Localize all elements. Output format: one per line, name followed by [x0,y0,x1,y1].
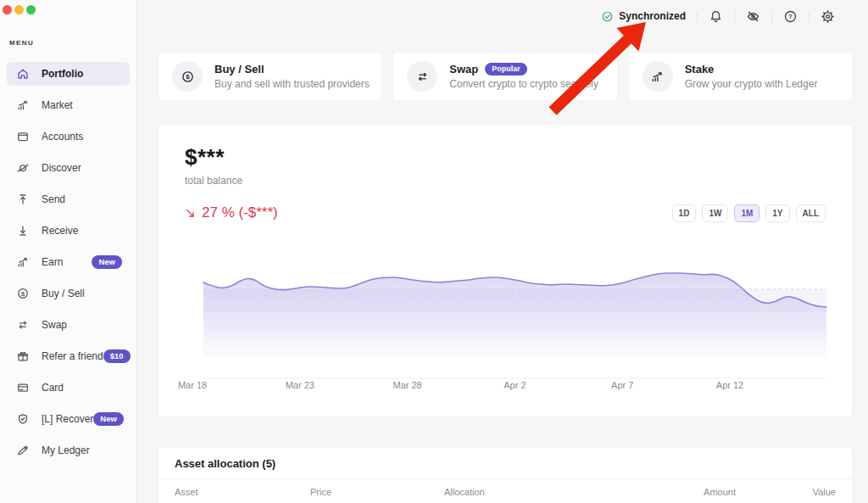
svg-text:$: $ [186,73,190,81]
balance-change-text: 27 % (-$***) [202,204,278,221]
total-balance-value: $*** [185,144,225,170]
action-card-buy-sell[interactable]: $ Buy / Sell Buy and sell with trusted p… [159,53,381,100]
total-balance-caption: total balance [185,175,242,187]
range-button-1w[interactable]: 1W [702,204,728,222]
action-card-title: Buy / Sell [214,63,264,75]
settings-button[interactable] [810,7,846,25]
column-header-amount: Amount [634,487,736,497]
topbar: Synchronized ? [601,7,846,25]
sidebar-item-label: Send [42,193,65,205]
sidebar-item-label: Accounts [42,131,83,143]
svg-text:?: ? [788,13,793,20]
sidebar-item-l-recover[interactable]: [L] Recover New [7,407,130,431]
action-card-subtitle: Grow your crypto with Ledger [685,78,818,90]
sidebar-item-label: Portfolio [42,68,83,80]
range-button-1m[interactable]: 1M [734,204,760,222]
action-card-swap[interactable]: Swap Popular Convert crypto to crypto se… [393,53,616,100]
shield-check-icon [16,412,30,426]
close-window-button[interactable] [3,5,12,14]
x-tick-label: Mar 28 [392,380,421,390]
sidebar-item-label: Swap [42,319,67,331]
sidebar-item-buy-sell[interactable]: $ Buy / Sell [7,282,130,305]
sidebar-item-label: Refer a friend [42,350,103,362]
swap-icon [16,318,30,332]
sidebar-item-earn[interactable]: Earn New [7,250,130,274]
x-tick-label: Apr 7 [611,380,633,390]
receive-icon [16,224,30,238]
check-circle-icon [601,10,614,23]
column-header-value: Value [736,487,836,497]
range-button-1d[interactable]: 1D [672,204,697,222]
sidebar-item-label: Buy / Sell [42,288,85,299]
discreet-mode-button[interactable] [735,7,771,25]
sidebar-nav: Portfolio Market Accounts Discover Send … [0,62,136,470]
market-icon [16,98,30,112]
arrow-down-right-icon [185,208,196,219]
send-icon [16,193,30,206]
sync-status[interactable]: Synchronized [601,10,686,23]
sidebar-item-badge: $10 [103,349,131,363]
sidebar-item-badge: New [93,412,124,426]
window-controls [3,5,36,14]
sidebar-item-portfolio[interactable]: Portfolio [7,62,130,86]
action-card-subtitle: Convert crypto to crypto securely [449,78,598,90]
card-icon [16,381,30,394]
column-header-price: Price [310,487,444,497]
sidebar-item-label: Discover [42,162,81,174]
minimize-window-button[interactable] [14,5,24,14]
eye-off-icon [746,9,760,24]
sidebar-item-market[interactable]: Market [7,93,130,117]
sidebar-item-label: Market [42,99,73,111]
chart-x-axis-labels: Mar 18Mar 23Mar 28Apr 2Apr 7Apr 12 [159,380,852,394]
growth-icon [650,70,665,84]
column-header-allocation: Allocation [444,487,634,497]
gear-icon [821,9,835,24]
sidebar-item-refer-a-friend[interactable]: Refer a friend $10 [7,344,130,368]
sidebar-item-my-ledger[interactable]: My Ledger [7,439,130,462]
help-button[interactable]: ? [772,7,809,25]
popular-badge: Popular [485,63,527,75]
sidebar-item-accounts[interactable]: Accounts [7,125,130,148]
x-tick-label: Apr 12 [716,380,743,390]
sidebar-item-label: Earn [42,256,63,268]
x-tick-label: Apr 2 [504,380,526,390]
action-card-subtitle: Buy and sell with trusted providers [214,78,370,90]
sidebar-item-swap[interactable]: Swap [7,313,130,337]
action-cards-row: $ Buy / Sell Buy and sell with trusted p… [159,53,852,100]
action-card-title: Swap [449,63,478,75]
discover-icon [16,161,30,175]
notifications-button[interactable] [698,7,734,25]
earn-icon [16,255,30,269]
sync-status-label: Synchronized [619,10,686,22]
asset-allocation-header-row: AssetPriceAllocationAmountValue [159,479,852,497]
sidebar-item-label: Receive [42,225,78,237]
help-icon: ? [783,9,798,24]
asset-allocation-card: Asset allocation (5) AssetPriceAllocatio… [159,448,852,503]
x-tick-label: Mar 18 [178,380,207,390]
bell-icon [709,9,723,24]
accounts-icon [16,130,30,143]
sidebar-item-send[interactable]: Send [7,187,130,211]
balance-change: 27 % (-$***) [185,204,278,221]
balance-chart [159,261,852,388]
menu-section-label: MENU [9,39,34,47]
balance-chart-canvas [159,261,852,388]
x-tick-label: Mar 23 [286,380,314,390]
dollar-circle-icon: $ [181,70,195,84]
dollar-circle-icon: $ [16,287,30,300]
zoom-window-button[interactable] [26,5,36,14]
range-button-all[interactable]: ALL [796,204,826,222]
sidebar-item-discover[interactable]: Discover [7,156,130,180]
sidebar: MENU Portfolio Market Accounts Discover … [0,0,137,503]
sidebar-item-label: [L] Recover [42,413,93,425]
sidebar-item-label: My Ledger [42,444,90,456]
range-button-1y[interactable]: 1Y [765,204,789,222]
nano-device-icon [16,444,30,457]
sidebar-item-badge: New [92,255,122,269]
asset-allocation-title: Asset allocation (5) [159,448,852,479]
sidebar-item-receive[interactable]: Receive [7,219,130,243]
portfolio-card: $*** total balance 27 % (-$***) 1D1W1M1Y… [159,126,852,416]
action-card-title: Stake [685,63,715,75]
sidebar-item-card[interactable]: Card [7,376,130,400]
action-card-stake[interactable]: Stake Grow your crypto with Ledger [629,53,852,100]
